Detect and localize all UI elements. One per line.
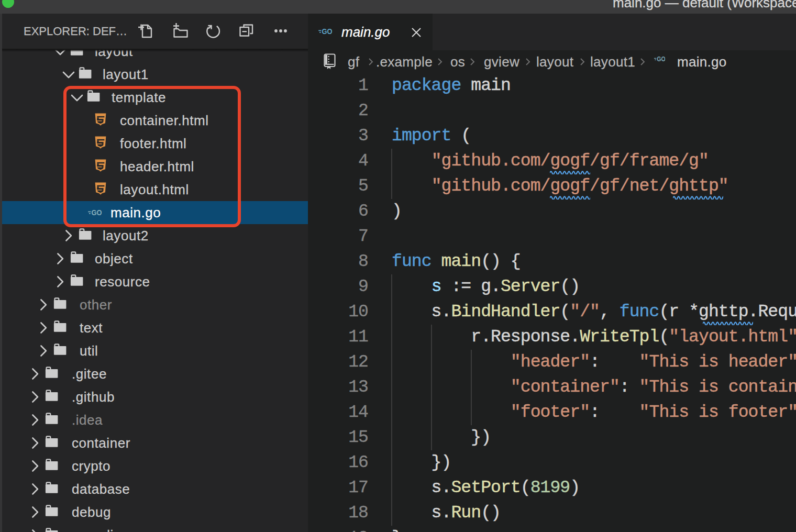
svg-text:GO: GO bbox=[322, 28, 333, 36]
svg-text:GO: GO bbox=[657, 56, 665, 63]
